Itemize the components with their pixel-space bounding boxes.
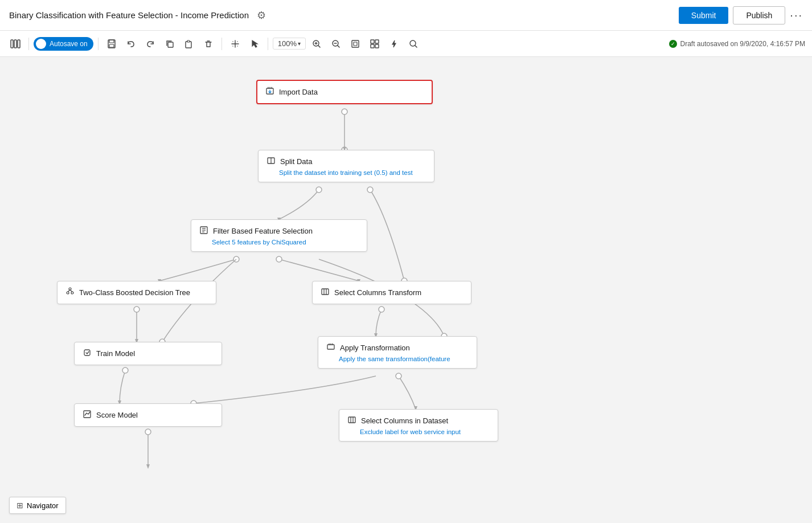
navigator[interactable]: ⊞ Navigator [9, 497, 66, 514]
search-icon[interactable] [405, 35, 422, 52]
copy-icon[interactable] [161, 35, 178, 52]
svg-rect-7 [186, 42, 191, 48]
svg-rect-1 [14, 40, 17, 48]
split-data-label: Split Data [280, 157, 312, 166]
page-title: Binary Classification with Feature Selec… [9, 10, 249, 20]
svg-rect-65 [327, 345, 334, 349]
redo-icon[interactable] [142, 35, 159, 52]
pan-icon[interactable] [227, 35, 244, 52]
canvas: Import Data Split Data Split the dataset… [0, 57, 812, 523]
score-model-label: Score Model [96, 411, 138, 419]
svg-point-39 [379, 307, 384, 312]
svg-line-12 [318, 46, 320, 47]
status-text: Draft autosaved on 9/9/2020, 4:16:57 PM [680, 40, 805, 48]
svg-line-59 [68, 290, 70, 292]
svg-line-15 [338, 46, 339, 47]
node-decision-tree[interactable]: Two-Class Boosted Decision Tree [57, 281, 216, 304]
svg-rect-66 [84, 411, 91, 418]
toggle-circle [36, 39, 46, 49]
svg-rect-2 [18, 40, 20, 48]
node-title-apply-transform: Apply Transformation [326, 342, 469, 353]
gear-icon[interactable]: ⚙ [257, 9, 266, 22]
node-title-score-model: Score Model [83, 410, 214, 420]
toolbar: Autosave on 100% ▾ [0, 31, 812, 57]
status-icon [669, 40, 677, 48]
decision-tree-label: Two-Class Boosted Decision Tree [79, 288, 190, 297]
separator3 [222, 38, 222, 50]
select-columns-label: Select Columns Transform [334, 288, 421, 297]
filter-feature-icon [199, 226, 208, 236]
autosave-toggle[interactable]: Autosave on [34, 37, 93, 51]
svg-point-57 [67, 292, 69, 294]
svg-rect-16 [352, 40, 359, 47]
separator4 [268, 38, 268, 50]
node-title-filter-feature: Filter Based Feature Selection [199, 226, 359, 236]
zoom-in-icon[interactable] [308, 35, 325, 52]
select-columns-icon [321, 287, 330, 298]
zoom-value: 100% [278, 39, 297, 48]
navigator-label: Navigator [27, 501, 59, 510]
zoom-out-icon[interactable] [327, 35, 345, 52]
train-model-icon [83, 348, 92, 359]
decision-tree-icon [65, 287, 75, 298]
delete-icon[interactable] [200, 35, 217, 52]
svg-rect-61 [322, 289, 329, 295]
svg-point-56 [69, 288, 71, 290]
node-title-split-data: Split Data [266, 156, 426, 167]
topbar-left: Binary Classification with Feature Selec… [9, 9, 266, 22]
submit-button[interactable]: Submit [679, 7, 729, 24]
svg-point-32 [233, 256, 239, 262]
node-title-select-cols-dataset: Select Columns in Dataset [347, 415, 490, 426]
save-icon[interactable] [103, 35, 120, 52]
undo-icon[interactable] [122, 35, 140, 52]
svg-rect-67 [348, 417, 355, 423]
status-bar: Draft autosaved on 9/9/2020, 4:16:57 PM [669, 40, 805, 48]
paste-icon[interactable] [181, 35, 198, 52]
autosave-label: Autosave on [50, 40, 88, 48]
svg-rect-4 [109, 40, 114, 43]
svg-rect-17 [354, 42, 357, 46]
node-select-columns[interactable]: Select Columns Transform [312, 281, 471, 304]
select-cols-dataset-label: Select Columns in Dataset [361, 416, 448, 425]
import-data-label: Import Data [279, 88, 318, 96]
apply-transform-label: Apply Transformation [340, 344, 410, 352]
svg-point-30 [367, 187, 373, 193]
node-train-model[interactable]: Train Model [74, 342, 222, 365]
node-title-train-model: Train Model [83, 348, 214, 359]
node-split-data[interactable]: Split Data Split the dataset into traini… [258, 150, 434, 182]
svg-rect-0 [11, 40, 13, 48]
node-title-select-columns: Select Columns Transform [321, 287, 463, 298]
node-filter-feature[interactable]: Filter Based Feature Selection Select 5 … [191, 219, 367, 252]
frame-icon[interactable] [366, 35, 383, 52]
svg-marker-48 [146, 464, 150, 469]
node-title-decision-tree: Two-Class Boosted Decision Tree [65, 287, 208, 298]
node-apply-transform[interactable]: Apply Transformation Apply the same tran… [318, 336, 477, 369]
svg-line-23 [415, 46, 417, 47]
split-data-subtitle: Split the dataset into training set (0.5… [266, 169, 426, 176]
select-icon[interactable] [246, 35, 263, 52]
publish-button[interactable]: Publish [733, 6, 785, 24]
zoom-control[interactable]: 100% ▾ [273, 38, 306, 50]
topbar-right: Submit Publish ··· [679, 6, 803, 24]
lightning-icon[interactable] [386, 35, 403, 52]
node-import-data[interactable]: Import Data [256, 80, 433, 104]
node-select-cols-dataset[interactable]: Select Columns in Dataset Exclude label … [339, 409, 498, 442]
import-data-icon [265, 87, 274, 97]
more-button[interactable]: ··· [790, 9, 803, 22]
fit-screen-icon[interactable] [347, 35, 364, 52]
svg-rect-18 [371, 40, 374, 43]
separator2 [98, 38, 99, 50]
svg-rect-8 [187, 40, 190, 42]
svg-rect-64 [84, 350, 90, 356]
svg-point-58 [71, 292, 73, 294]
library-icon[interactable] [7, 35, 24, 52]
split-data-icon [266, 156, 276, 167]
svg-point-25 [342, 109, 347, 115]
node-title-import-data: Import Data [265, 87, 424, 97]
node-score-model[interactable]: Score Model [74, 403, 222, 427]
filter-feature-subtitle: Select 5 features by ChiSquared [199, 239, 359, 246]
svg-rect-19 [375, 40, 379, 43]
svg-point-47 [145, 429, 151, 435]
svg-point-36 [134, 307, 140, 312]
zoom-chevron: ▾ [298, 40, 301, 47]
